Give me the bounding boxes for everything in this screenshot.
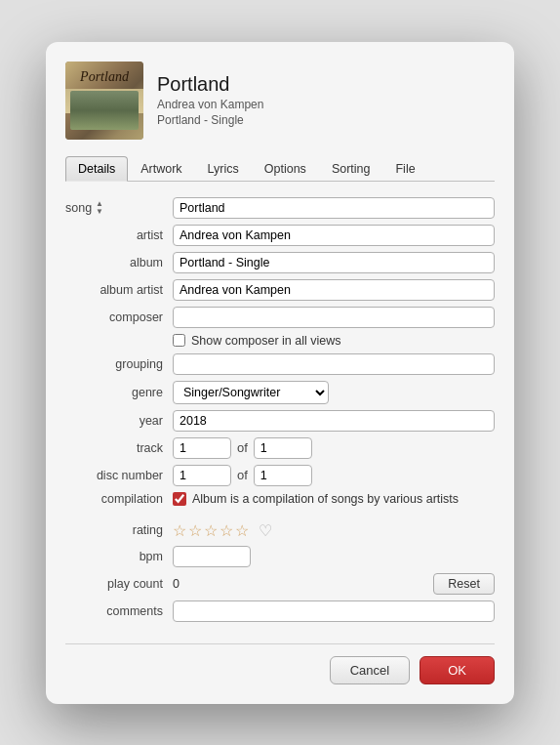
form-area: song ▲▼ artist album album artist compos… xyxy=(65,197,495,628)
album-artist-label: album artist xyxy=(65,283,173,297)
tab-details[interactable]: Details xyxy=(65,156,128,182)
song-sort-arrows[interactable]: ▲▼ xyxy=(96,200,103,216)
song-album: Portland - Single xyxy=(157,113,263,127)
tab-options[interactable]: Options xyxy=(252,156,319,182)
album-artist-row: album artist xyxy=(65,279,495,301)
dialog-header: Portland Portland Andrea von Kampen Port… xyxy=(65,62,495,140)
star-5[interactable]: ☆ xyxy=(235,521,249,540)
year-input[interactable] xyxy=(173,410,495,432)
album-input[interactable] xyxy=(173,252,495,273)
bpm-label: bpm xyxy=(65,550,173,563)
play-count-label: play count xyxy=(65,577,173,591)
comments-row: comments xyxy=(65,600,495,622)
album-artwork: Portland xyxy=(65,62,143,140)
artist-input[interactable] xyxy=(173,225,495,246)
album-row: album xyxy=(65,252,495,273)
genre-row: genre Singer/Songwriter Pop Rock Jazz Cl… xyxy=(65,381,495,404)
song-artist: Andrea von Kampen xyxy=(157,98,263,111)
reset-button[interactable]: Reset xyxy=(433,573,495,595)
track-row: track of xyxy=(65,437,495,459)
track-input[interactable] xyxy=(173,437,231,459)
track-label: track xyxy=(65,441,173,455)
tab-artwork[interactable]: Artwork xyxy=(128,156,194,182)
year-label: year xyxy=(65,414,173,428)
year-row: year xyxy=(65,410,495,432)
disc-of-input[interactable] xyxy=(254,465,312,486)
rating-row: rating ☆ ☆ ☆ ☆ ☆ ♡ xyxy=(65,521,495,540)
composer-label: composer xyxy=(65,310,173,324)
bpm-input[interactable] xyxy=(173,546,251,567)
dialog-footer: Cancel OK xyxy=(65,643,495,684)
play-count-value: 0 xyxy=(173,577,180,591)
rating-label: rating xyxy=(65,523,173,537)
disc-of-label: of xyxy=(237,468,248,482)
star-3[interactable]: ☆ xyxy=(204,521,218,540)
genre-label: genre xyxy=(65,386,173,399)
compilation-label: compilation xyxy=(65,492,173,506)
genre-select[interactable]: Singer/Songwriter Pop Rock Jazz Classica… xyxy=(173,381,329,404)
artist-label: artist xyxy=(65,228,173,242)
comments-input[interactable] xyxy=(173,600,495,622)
grouping-row: grouping xyxy=(65,353,495,375)
composer-input[interactable] xyxy=(173,307,495,328)
composer-row: composer xyxy=(65,307,495,328)
tab-lyrics[interactable]: Lyrics xyxy=(195,156,252,182)
grouping-input[interactable] xyxy=(173,353,495,375)
show-composer-row: Show composer in all views xyxy=(65,334,495,348)
show-composer-checkbox[interactable] xyxy=(173,334,185,347)
star-4[interactable]: ☆ xyxy=(220,521,233,540)
artist-row: artist xyxy=(65,225,495,246)
heart-icon[interactable]: ♡ xyxy=(259,521,272,540)
header-info: Portland Andrea von Kampen Portland - Si… xyxy=(157,73,263,127)
album-art-title-text: Portland xyxy=(65,69,143,85)
rating-stars[interactable]: ☆ ☆ ☆ ☆ ☆ ♡ xyxy=(173,521,272,540)
bpm-row: bpm xyxy=(65,546,495,567)
tab-sorting[interactable]: Sorting xyxy=(319,156,383,182)
comments-label: comments xyxy=(65,604,173,618)
tabs-bar: Details Artwork Lyrics Options Sorting F… xyxy=(65,155,495,182)
album-artist-input[interactable] xyxy=(173,279,495,301)
star-1[interactable]: ☆ xyxy=(173,521,186,540)
song-info-dialog: Portland Portland Andrea von Kampen Port… xyxy=(46,42,514,704)
disc-label: disc number xyxy=(65,469,173,482)
show-composer-label: Show composer in all views xyxy=(191,334,341,348)
song-label: song ▲▼ xyxy=(65,200,173,216)
cancel-button[interactable]: Cancel xyxy=(330,656,410,684)
grouping-label: grouping xyxy=(65,357,173,371)
disc-row: disc number of xyxy=(65,465,495,486)
track-of-input[interactable] xyxy=(254,437,312,459)
album-label: album xyxy=(65,256,173,269)
track-of-label: of xyxy=(237,440,248,455)
compilation-row: compilation Album is a compilation of so… xyxy=(65,492,495,506)
play-count-row: play count 0 Reset xyxy=(65,573,495,595)
song-input[interactable] xyxy=(173,197,495,219)
compilation-checkbox[interactable] xyxy=(173,492,186,506)
song-row: song ▲▼ xyxy=(65,197,495,219)
tab-file[interactable]: File xyxy=(382,156,427,182)
disc-input[interactable] xyxy=(173,465,231,486)
ok-button[interactable]: OK xyxy=(420,656,495,684)
compilation-text: Album is a compilation of songs by vario… xyxy=(192,492,459,506)
star-2[interactable]: ☆ xyxy=(188,521,202,540)
song-title: Portland xyxy=(157,73,263,96)
